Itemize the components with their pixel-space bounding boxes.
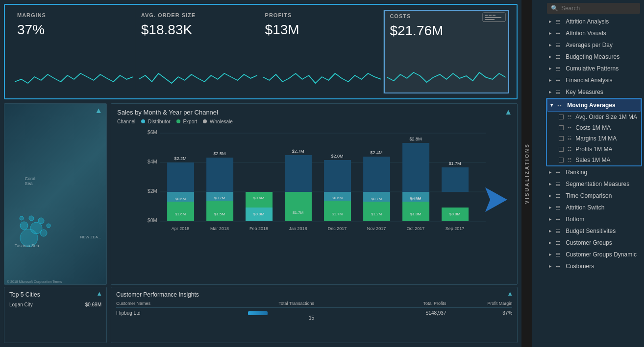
- svg-text:$0.6M: $0.6M: [175, 197, 186, 201]
- map-chart-icon: ▲: [95, 106, 102, 115]
- bar-chart-panel: Sales by Month & Year per Channel Channe…: [111, 103, 518, 285]
- kpi-avg-order-sparkline: [139, 65, 257, 91]
- expand-arrow-1: ►: [548, 31, 553, 36]
- sidebar-sub-costs-ma[interactable]: ☷ Costs 1M MA: [547, 122, 641, 133]
- chart-title: Sales by Month & Year per Channel: [117, 109, 511, 116]
- sidebar-sub-margins-ma[interactable]: ☷ Margins 1M MA: [547, 133, 641, 144]
- sidebar-item-key-measures[interactable]: ► ☷ Key Measures: [546, 86, 644, 98]
- grid-icon-1: ☷: [556, 31, 563, 36]
- map-copyright: © 2018 Microsoft Corporation Terms: [7, 280, 62, 283]
- svg-rect-41: [285, 155, 312, 192]
- customer-panel: Customer Performance Insights ▲ Customer…: [111, 287, 518, 343]
- svg-text:$1.2M: $1.2M: [371, 212, 382, 216]
- svg-point-9: [38, 218, 44, 224]
- channel-label: Channel: [117, 119, 135, 124]
- svg-point-13: [47, 224, 50, 228]
- grid-sm-2: ☷: [568, 136, 571, 141]
- svg-text:Mar 2018: Mar 2018: [210, 226, 229, 231]
- sidebar-item-financial-analysis[interactable]: ► ☷ Financial Analysis: [546, 74, 644, 86]
- sidebar-item-moving-averages[interactable]: ▼ ☷ Moving Averages: [547, 99, 641, 112]
- top5-title: Top 5 Cities: [9, 291, 101, 298]
- sidebar-item-cumulative-patterns[interactable]: ► ☷ Cumulative Patterns: [546, 63, 644, 74]
- top5-chart-icon: ▲: [96, 290, 102, 297]
- sidebar-item-customer-groups[interactable]: ► ☷ Customer Groups: [546, 237, 644, 249]
- search-input[interactable]: [561, 5, 636, 12]
- map-label-tasman: Tasman Sea: [15, 243, 39, 248]
- svg-rect-1: [485, 15, 488, 16]
- sidebar-item-averages-per-day[interactable]: ► ☷ Averages per Day: [546, 39, 644, 51]
- sidebar-sub-avg-order-ma[interactable]: ☷ Avg. Order Size 1M MA: [547, 112, 641, 122]
- legend-distributor[interactable]: Distributor: [141, 119, 170, 124]
- sidebar-item-attrition-analysis[interactable]: ► ☷ Attrition Analysis: [546, 16, 644, 27]
- svg-text:$2.2M: $2.2M: [174, 156, 187, 161]
- kpi-avg-order[interactable]: AVG. ORDER SIZE $18.83K: [136, 10, 260, 93]
- svg-text:$1.6M: $1.6M: [175, 212, 186, 216]
- sidebar-sub-profits-ma[interactable]: ☷ Profits 1M MA: [547, 144, 641, 155]
- svg-text:$0.7M: $0.7M: [214, 196, 225, 200]
- grid-icon-2: ☷: [556, 43, 563, 48]
- sidebar-item-segmentation[interactable]: ► ☷ Segmentation Measures: [546, 178, 644, 190]
- customer-name: Flipbug Ltd: [116, 310, 248, 321]
- sidebar-item-time-comparison[interactable]: ► ☷ Time Comparison: [546, 190, 644, 202]
- sidebar-item-customer-groups-dynamic[interactable]: ► ☷ Customer Groups Dynamic: [546, 249, 644, 260]
- svg-text:Jan 2018: Jan 2018: [289, 226, 307, 231]
- sq-icon-4: [559, 158, 564, 162]
- sidebar-label-0: Attrition Analysis: [566, 18, 640, 25]
- sidebar-item-attrition-switch[interactable]: ► ☷ Attrition Switch: [546, 202, 644, 213]
- svg-rect-5: [485, 19, 495, 20]
- sidebar-item-ranking[interactable]: ► ☷ Ranking: [546, 166, 644, 178]
- search-bar[interactable]: 🔍: [547, 3, 640, 14]
- map-panel: ▲ CoralSea Tasman Sea NEW ZEA... © 2018 …: [4, 103, 107, 285]
- grid-icon-5: ☷: [556, 78, 563, 83]
- kpi-margins-sparkline: [15, 65, 133, 91]
- grid-icon-ranking: ☷: [556, 170, 563, 175]
- customer-table-header: Customer Names Total Transactions Total …: [116, 301, 512, 308]
- sidebar-label-cust: Customers: [566, 263, 640, 270]
- customer-profits: $148,937: [314, 310, 446, 321]
- sidebar-label-cgd: Customer Groups Dynamic: [566, 251, 640, 258]
- svg-text:$6M: $6M: [148, 130, 157, 135]
- kpi-margins[interactable]: MARGINS 37%: [12, 10, 136, 93]
- sidebar-label-as: Attrition Switch: [566, 204, 640, 211]
- expand-arrow-0: ►: [548, 19, 553, 24]
- top5-panel: Top 5 Cities ▲ Logan City $0.69M: [4, 287, 107, 343]
- svg-rect-2: [489, 15, 492, 16]
- sub-label-2: Margins 1M MA: [575, 135, 617, 142]
- grid-icon-bs: ☷: [556, 229, 563, 234]
- chart-nav-icon[interactable]: ▲: [504, 108, 512, 116]
- sidebar-item-customers[interactable]: ► ☷ Customers: [546, 260, 644, 272]
- svg-text:$4M: $4M: [148, 159, 157, 164]
- sidebar-item-budget-sens[interactable]: ► ☷ Budget Sensitivites: [546, 225, 644, 237]
- svg-text:$1.7M: $1.7M: [332, 212, 343, 216]
- kpi-bar: MARGINS 37% AVG. ORDER SIZE $18.83K PROF…: [4, 4, 518, 99]
- sub-label-3: Profits 1M MA: [575, 146, 612, 153]
- kpi-costs[interactable]: COSTS $21.76M: [384, 10, 509, 93]
- grid-icon-3: ☷: [556, 54, 563, 60]
- legend-wholesale[interactable]: Wholesale: [203, 119, 232, 124]
- svg-rect-61: [402, 202, 429, 221]
- sidebar-item-attrition-visuals[interactable]: ► ☷ Attrition Visuals: [546, 27, 644, 39]
- customer-margin: 37%: [446, 310, 512, 321]
- grid-sm-1: ☷: [568, 125, 571, 130]
- sq-icon-0: [559, 115, 564, 119]
- sidebar-sub-sales-ma[interactable]: ☷ Sales 1M MA: [547, 155, 641, 165]
- svg-rect-3: [493, 15, 495, 16]
- sidebar-item-bottom[interactable]: ► ☷ Bottom: [546, 213, 644, 225]
- chart-arrow-indicator: [480, 185, 510, 216]
- legend-export[interactable]: Export: [176, 119, 198, 124]
- map-background: ▲ CoralSea Tasman Sea NEW ZEA... © 2018 …: [4, 104, 106, 284]
- sidebar-item-budgeting-measures[interactable]: ► ☷ Budgeting Measures: [546, 51, 644, 63]
- expand-arrow-bs: ►: [548, 229, 553, 233]
- expand-arrow-6: ►: [548, 90, 553, 94]
- sq-icon-3: [559, 147, 564, 152]
- grid-icon-cust: ☷: [556, 264, 563, 269]
- svg-text:$2.8M: $2.8M: [410, 137, 422, 141]
- top5-city: Logan City: [9, 302, 71, 307]
- svg-rect-46: [324, 160, 351, 192]
- svg-text:$2M: $2M: [148, 188, 157, 194]
- kpi-profits[interactable]: PROFITS $13M: [260, 10, 384, 93]
- kpi-profits-value: $13M: [265, 22, 379, 38]
- sidebar-inner: 🔍 ► ☷ Attrition Analysis ► ☷ Attrition V…: [532, 0, 644, 347]
- expand-arrow-3: ►: [548, 54, 553, 59]
- svg-text:$1.7M: $1.7M: [293, 210, 304, 215]
